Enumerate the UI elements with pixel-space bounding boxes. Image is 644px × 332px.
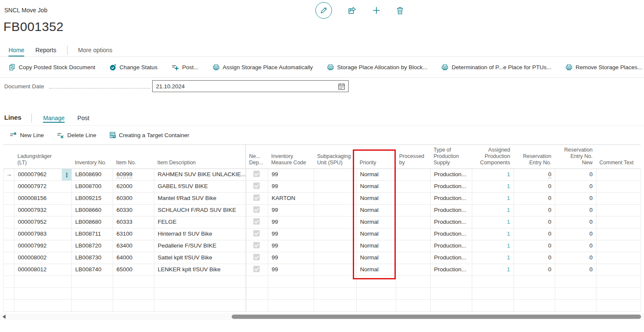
item-no-drilldown[interactable]: 60999 xyxy=(116,171,133,178)
cell-spu[interactable] xyxy=(314,228,357,240)
column-header-supply_type[interactable]: Type of Production Supply xyxy=(430,145,472,169)
assigned-components-link[interactable]: 1 xyxy=(507,183,510,189)
cell-inventory_no[interactable]: LB008700 xyxy=(72,181,113,192)
cell-item_no[interactable]: 65000 xyxy=(113,264,154,276)
cell-res_no[interactable]: 0 xyxy=(514,169,555,180)
ribbon-assign-storage-place-automatically[interactable]: Assign Storage Place Automatically xyxy=(213,64,313,70)
cell-processed_by[interactable] xyxy=(396,228,431,240)
assigned-components-link[interactable]: 1 xyxy=(507,219,510,225)
cell-priority[interactable]: Normal xyxy=(357,193,396,204)
cell-res_no_new[interactable]: 0 xyxy=(555,264,596,276)
cell-new_dep[interactable] xyxy=(246,169,268,180)
cell-assigned[interactable]: 1 xyxy=(472,252,514,264)
ribbon-change-status[interactable]: Change Status xyxy=(109,64,157,71)
assigned-components-link[interactable]: 1 xyxy=(507,242,510,249)
cell-res_no[interactable]: 0 xyxy=(514,228,555,240)
column-header-new_dep[interactable]: Ne... Dep... xyxy=(246,145,268,169)
cell-lt[interactable]: 000008156 xyxy=(14,193,72,204)
reservation-drilldown[interactable]: 0 xyxy=(548,171,551,178)
cell-supply_type[interactable]: Production... xyxy=(431,240,472,252)
cell-assigned[interactable]: 1 xyxy=(472,240,514,252)
checkbox-checked[interactable] xyxy=(253,230,260,236)
calendar-icon[interactable] xyxy=(338,83,345,91)
cell-res_no[interactable]: 0 xyxy=(514,217,555,228)
cell-lt[interactable]: 000007972 xyxy=(14,181,72,192)
cell-processed_by[interactable] xyxy=(396,205,431,216)
cell-priority[interactable]: Normal xyxy=(357,181,396,192)
cell-new_dep[interactable] xyxy=(246,240,268,252)
cell-measure[interactable]: 99 xyxy=(268,169,314,180)
assigned-components-link[interactable]: 1 xyxy=(507,195,510,201)
cell-measure[interactable]: 99 xyxy=(268,240,314,252)
cell-item_no[interactable]: 64000 xyxy=(113,252,154,264)
checkbox-checked[interactable] xyxy=(253,218,260,225)
cell-res_no_new[interactable]: 0 xyxy=(555,217,596,228)
cell-spu[interactable] xyxy=(314,181,357,192)
ribbon-determination-of-p-e-place-for-ptus[interactable]: Determination of P...e Place for PTUs... xyxy=(441,64,551,70)
column-header-assigned[interactable]: Assigned Production Components xyxy=(472,145,513,169)
cell-new_dep[interactable] xyxy=(246,193,268,204)
horizontal-scrollbar[interactable] xyxy=(0,313,644,320)
cell-res_no_new[interactable]: 0 xyxy=(555,193,596,204)
cell-supply_type[interactable]: Production... xyxy=(431,181,472,192)
row-menu-icon[interactable]: ⋮ xyxy=(62,169,71,180)
checkbox-checked[interactable] xyxy=(253,242,260,248)
cell-assigned[interactable]: 1 xyxy=(472,228,514,240)
cell-new_dep[interactable] xyxy=(246,228,268,240)
cell-measure[interactable]: 99 xyxy=(268,205,314,216)
cell-description[interactable]: Sattel kplt f/SUV Bike xyxy=(154,252,246,264)
ribbon-storage-place-allocation-by-block[interactable]: Storage Place Allocation by Block... xyxy=(327,64,427,70)
cell-res_no_new[interactable]: 0 xyxy=(555,252,596,264)
cell-processed_by[interactable] xyxy=(396,240,431,252)
cell-res_no[interactable]: 0 xyxy=(514,193,555,204)
cell-comment[interactable] xyxy=(596,181,641,192)
cell-measure[interactable]: 99 xyxy=(268,217,314,228)
column-header-res_no[interactable]: Reservation Entry No. xyxy=(513,145,555,169)
cell-description[interactable]: RAHMEN SUV BIKE UNLACKIE... xyxy=(154,169,246,180)
cell-res_no_new[interactable]: 0 xyxy=(555,205,596,216)
cell-description[interactable]: Hinterrad f/ SUV Bike xyxy=(154,228,246,240)
cell-description[interactable]: GABEL f/SUV BIKE xyxy=(154,181,246,192)
cell-supply_type[interactable]: Production... xyxy=(431,228,472,240)
cell-assigned[interactable]: 1 xyxy=(472,264,514,276)
cell-spu[interactable] xyxy=(314,252,357,264)
document-date-input[interactable]: 21.10.2024 xyxy=(152,80,349,92)
scroll-left-arrow-icon[interactable] xyxy=(3,315,6,319)
cell-processed_by[interactable] xyxy=(396,193,431,204)
cell-assigned[interactable]: 1 xyxy=(472,181,514,192)
cell-lt[interactable]: 000008002 xyxy=(14,252,72,264)
lines-tab-post[interactable]: Post xyxy=(77,115,89,123)
cell-assigned[interactable]: 1 xyxy=(472,193,514,204)
cell-res_no[interactable]: 0 xyxy=(514,181,555,192)
column-header-inventory_no[interactable]: Inventory No. xyxy=(71,145,113,169)
scrollbar-thumb[interactable] xyxy=(232,315,641,319)
cell-description[interactable]: LENKER kplt f/SUV Bike xyxy=(154,264,246,276)
checkbox-checked[interactable] xyxy=(253,183,260,189)
column-header-measure[interactable]: Inventory Measure Code xyxy=(268,145,314,169)
checkbox-checked[interactable] xyxy=(253,194,260,201)
cell-item_no[interactable]: 60333 xyxy=(113,217,154,228)
column-header-item_no[interactable]: Item No. xyxy=(113,145,154,169)
cell-inventory_no[interactable]: LB008730 xyxy=(72,252,113,264)
cell-spu[interactable] xyxy=(314,264,357,276)
cell-supply_type[interactable]: Production... xyxy=(431,217,472,228)
checkbox-checked[interactable] xyxy=(253,206,260,213)
checkbox-checked[interactable] xyxy=(253,171,260,177)
cell-comment[interactable] xyxy=(596,205,641,216)
tab-more-options[interactable]: More options xyxy=(78,47,112,56)
cell-new_dep[interactable] xyxy=(246,217,268,228)
assigned-components-link[interactable]: 1 xyxy=(507,231,510,237)
cell-description[interactable]: FELGE xyxy=(154,217,246,228)
cell-lt[interactable]: 000007962⋮ xyxy=(14,169,72,180)
cell-item_no[interactable]: 60999 xyxy=(113,169,154,180)
cell-measure[interactable]: 99 xyxy=(268,252,314,264)
column-header-processed_by[interactable]: Processed by xyxy=(396,145,430,169)
cell-assigned[interactable]: 1 xyxy=(472,217,514,228)
ribbon-copy-posted-stock-document[interactable]: Copy Posted Stock Document xyxy=(9,64,95,71)
cell-comment[interactable] xyxy=(596,193,641,204)
cell-inventory_no[interactable]: LB008690 xyxy=(72,169,113,180)
cell-new_dep[interactable] xyxy=(246,252,268,264)
cell-new_dep[interactable] xyxy=(246,205,268,216)
cell-priority[interactable]: Normal xyxy=(357,217,396,228)
cell-comment[interactable] xyxy=(596,264,641,276)
